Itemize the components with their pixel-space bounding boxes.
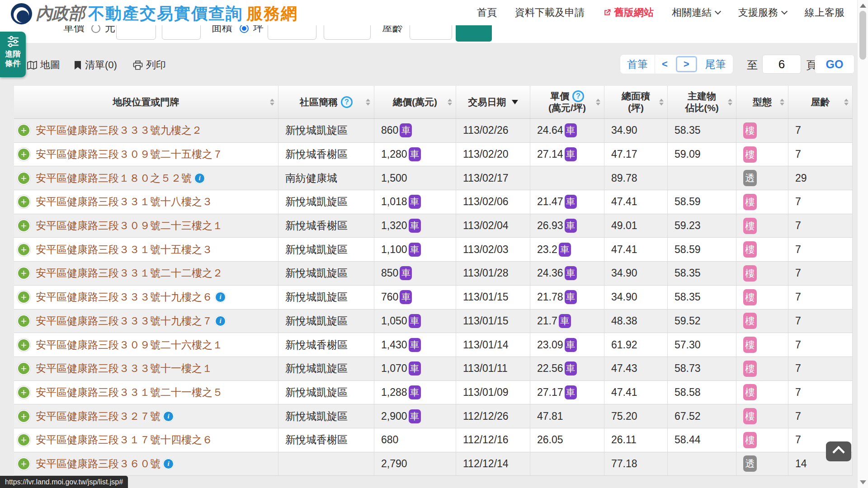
sort-arrows-icon[interactable] <box>448 99 452 106</box>
total-price-cell: 850 車 <box>374 262 456 285</box>
expand-row-plus-icon[interactable]: + <box>17 433 30 446</box>
expand-row-plus-icon[interactable]: + <box>17 338 30 352</box>
sort-arrows-icon[interactable] <box>728 99 732 106</box>
parking-included-badge: 車 <box>409 385 421 399</box>
info-icon[interactable]: i <box>194 173 205 184</box>
scrollbar-up-arrow-icon[interactable] <box>860 4 866 8</box>
scrollbar-down-arrow-icon[interactable] <box>860 480 866 484</box>
scrollbar-thumb[interactable] <box>859 11 866 60</box>
parking-included-badge: 車 <box>409 243 421 257</box>
address-link[interactable]: 安平區健康路三段３３１號十八樓之３ <box>36 195 212 209</box>
next-page-button[interactable]: > <box>676 56 697 72</box>
go-button[interactable]: GO <box>815 55 854 74</box>
building-type-badge: 樓 <box>743 408 757 424</box>
expand-row-plus-icon[interactable]: + <box>17 243 30 256</box>
vertical-scrollbar[interactable] <box>857 0 868 488</box>
expand-row-plus-icon[interactable]: + <box>17 457 30 470</box>
column-header[interactable]: 總面積 (坪) <box>604 86 668 118</box>
address-link[interactable]: 安平區健康路三段３０９號二十六樓之１ <box>36 338 223 352</box>
info-icon[interactable]: i <box>215 291 226 303</box>
help-icon[interactable]: ? <box>572 90 584 102</box>
chevron-up-icon <box>832 446 845 458</box>
address-link[interactable]: 安平區健康路三段３６０號 <box>36 457 160 471</box>
info-icon[interactable]: i <box>163 458 174 469</box>
column-header[interactable]: 地段位置或門牌 <box>14 86 278 118</box>
site-brand[interactable]: 內政部 不動產交易實價查詢 服務網 <box>11 2 298 25</box>
unit-price-cell: 23.09 車 <box>530 333 604 357</box>
address-link[interactable]: 安平區健康路三段３１７號十四樓之６ <box>36 433 212 447</box>
prev-page-button[interactable]: < <box>655 55 675 74</box>
address-link[interactable]: 安平區健康路三段３３３號十九樓之６ <box>36 290 212 304</box>
type-cell: 樓 <box>736 381 788 404</box>
expand-row-plus-icon[interactable]: + <box>17 314 30 328</box>
sort-arrows-icon[interactable] <box>844 99 849 106</box>
map-view-button[interactable]: 地圖 <box>27 58 60 72</box>
price-unit-radio[interactable] <box>91 24 100 33</box>
page-number-input[interactable] <box>762 55 801 74</box>
type-cell: 透 <box>736 166 788 190</box>
address-link[interactable]: 安平區健康路三段１８０之５２號 <box>36 171 192 185</box>
first-page-button[interactable]: 首筆 <box>620 55 655 74</box>
expand-row-plus-icon[interactable]: + <box>17 386 30 399</box>
address-link[interactable]: 安平區健康路三段３３１號十五樓之３ <box>36 243 212 257</box>
help-icon[interactable]: ? <box>341 96 353 108</box>
area-unit-radio[interactable] <box>240 24 249 33</box>
sort-arrows-icon[interactable] <box>366 99 370 106</box>
area-cell: 49.01 <box>604 214 668 238</box>
column-header[interactable]: 總價(萬元) <box>374 86 456 118</box>
advanced-tab-label-1: 進階 <box>0 49 26 59</box>
nav-old-site[interactable]: 舊版網站 <box>603 6 654 19</box>
sort-arrows-icon[interactable] <box>659 99 664 106</box>
column-header[interactable]: 交易日期 <box>456 86 530 118</box>
table-row: + 安平區健康路三段３０９號二十六樓之１ 新悅城香榭區 1,430 車 113/… <box>14 333 853 357</box>
column-header[interactable]: 屋齡 <box>788 86 853 118</box>
scroll-to-top-button[interactable] <box>826 441 851 461</box>
type-cell: 樓 <box>736 143 788 166</box>
expand-row-plus-icon[interactable]: + <box>17 148 30 161</box>
address-link[interactable]: 安平區健康路三段３０９號二十三樓之１ <box>36 219 223 233</box>
table-row: + 安平區健康路三段３３３號十九樓之６ i 新悅城凱旋區 760 車 113/0… <box>14 286 853 310</box>
last-page-button[interactable]: 尾筆 <box>698 55 733 74</box>
expand-row-plus-icon[interactable]: + <box>17 410 30 423</box>
expand-row-plus-icon[interactable]: + <box>17 219 30 232</box>
expand-row-plus-icon[interactable]: + <box>17 124 30 137</box>
sort-arrows-icon[interactable] <box>596 99 600 106</box>
address-link[interactable]: 安平區健康路三段３３１號二十一樓之５ <box>36 385 223 399</box>
print-button[interactable]: 列印 <box>133 58 166 72</box>
info-icon[interactable]: i <box>163 411 174 422</box>
parking-included-badge: 車 <box>565 361 577 375</box>
address-link[interactable]: 安平區健康路三段３３３號九樓之２ <box>36 123 202 137</box>
address-cell: + 安平區健康路三段３２７號 i <box>14 404 278 428</box>
column-header[interactable]: 社區簡稱 ? <box>278 86 374 118</box>
column-header[interactable]: 單價 ? (萬元/坪) <box>530 86 604 118</box>
advanced-conditions-tab[interactable]: 進階 條件 <box>0 32 26 77</box>
saved-list-button[interactable]: 清單(0) <box>74 58 117 72</box>
info-icon[interactable]: i <box>215 315 226 327</box>
area-cell: 47.43 <box>604 357 668 380</box>
nav-home[interactable]: 首頁 <box>477 6 497 19</box>
address-link[interactable]: 安平區健康路三段３３１號二十二樓之２ <box>36 266 223 280</box>
area-cell: 47.41 <box>604 238 668 261</box>
expand-row-plus-icon[interactable]: + <box>17 362 30 375</box>
sort-arrows-icon[interactable] <box>270 99 274 106</box>
parking-included-badge: 車 <box>409 219 421 233</box>
community-cell: 新悅城香榭區 <box>278 333 374 357</box>
column-header[interactable]: 型態 <box>736 86 788 118</box>
nav-related-links[interactable]: 相關連結 <box>672 6 720 19</box>
address-link[interactable]: 安平區健康路三段３０９號二十五樓之７ <box>36 147 223 161</box>
nav-online-service[interactable]: 線上客服 <box>805 6 844 19</box>
community-cell: 新悅城凱旋區 <box>278 119 374 142</box>
column-header[interactable]: 主建物 佔比(%) <box>668 86 736 118</box>
expand-row-plus-icon[interactable]: + <box>17 267 30 280</box>
expand-row-plus-icon[interactable]: + <box>17 195 30 208</box>
ratio-cell: 58.35 <box>668 262 736 285</box>
address-link[interactable]: 安平區健康路三段３３３號十一樓之１ <box>36 361 212 375</box>
address-link[interactable]: 安平區健康路三段３２７號 <box>36 409 160 423</box>
address-link[interactable]: 安平區健康路三段３３３號十九樓之７ <box>36 314 212 328</box>
expand-row-plus-icon[interactable]: + <box>17 291 30 304</box>
nav-support[interactable]: 支援服務 <box>738 6 787 19</box>
expand-row-plus-icon[interactable]: + <box>17 172 30 185</box>
unit-price-cell: 26.05 <box>530 428 604 452</box>
sort-arrows-icon[interactable] <box>780 99 784 106</box>
nav-downloads[interactable]: 資料下載及申請 <box>515 6 585 19</box>
